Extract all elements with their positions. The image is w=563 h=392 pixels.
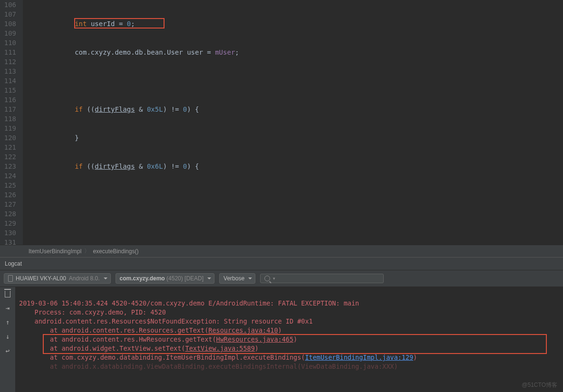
editor-area: 1061071081091101111121131141151161171181… — [0, 0, 563, 245]
breadcrumb-item[interactable]: ItemUserBindingImpl — [29, 248, 81, 255]
log-line: at com.cxyzy.demo.databinding.ItemUserBi… — [19, 354, 417, 361]
log-line: Process: com.cxyzy.demo, PID: 4520 — [19, 308, 166, 316]
logcat-tab-label[interactable]: Logcat — [0, 257, 563, 270]
code-line — [27, 76, 563, 86]
device-selector[interactable]: HUAWEI VKY-AL00 Android 8.0. — [4, 273, 111, 284]
chevron-right-icon: 〉 — [84, 247, 90, 255]
code-line: } — [27, 133, 563, 143]
log-line: android.content.res.Resources$NotFoundEx… — [19, 317, 313, 325]
scroll-to-end-icon[interactable]: ⇥ — [6, 304, 10, 312]
log-line: 2019-03-06 15:40:35.424 4520-4520/com.cx… — [19, 299, 359, 307]
breadcrumb: ItemUserBindingImpl 〉 executeBindings() — [0, 245, 563, 257]
logcat-panel: ⇥ ↑ ↓ ↩ 2019-03-06 15:40:35.424 4520-452… — [0, 287, 563, 392]
up-stack-icon[interactable]: ↑ — [6, 318, 10, 326]
watermark: @51CTO博客 — [522, 381, 557, 389]
code-line: if ((dirtyFlags & 0x5L) != 0) { — [27, 105, 563, 114]
code-line: int userId = 0; — [27, 19, 563, 29]
down-stack-icon[interactable]: ↓ — [6, 333, 10, 340]
code-line: if ((dirtyFlags & 0x6L) != 0) { — [27, 162, 563, 171]
clear-icon[interactable] — [5, 291, 10, 297]
code-line — [27, 219, 563, 228]
logcat-toolbar: HUAWEI VKY-AL00 Android 8.0. com.cxyzy.d… — [0, 270, 563, 287]
log-line: at android.x.databinding.ViewDataBinding… — [19, 363, 398, 370]
breadcrumb-item[interactable]: executeBindings() — [93, 248, 138, 255]
line-number-gutter: 1061071081091101111121131141151161171181… — [0, 0, 23, 245]
soft-wrap-icon[interactable]: ↩ — [6, 347, 10, 354]
code-line — [27, 190, 563, 200]
log-line: at android.content.res.HwResources.getTe… — [19, 335, 297, 343]
process-selector[interactable]: com.cxyzy.demo (4520) [DEAD] — [116, 273, 215, 284]
logcat-output[interactable]: 2019-03-06 15:40:35.424 4520-4520/com.cx… — [15, 287, 563, 392]
log-level-selector[interactable]: Verbose — [219, 273, 255, 284]
code-editor[interactable]: int userId = 0; com.cxyzy.demo.db.bean.U… — [23, 0, 563, 245]
stacktrace-link[interactable]: ItemUserBindingImpl.java:129 — [305, 354, 413, 361]
device-icon — [8, 275, 13, 282]
logcat-side-toolbar: ⇥ ↑ ↓ ↩ — [0, 287, 15, 392]
logcat-search[interactable]: ▾ — [260, 274, 384, 283]
search-icon — [264, 276, 270, 281]
log-line: at android.content.res.Resources.getText… — [19, 326, 282, 334]
code-line: com.cxyzy.demo.db.bean.User user = mUser… — [27, 48, 563, 57]
log-line: at android.widget.TextView.setText(TextV… — [19, 344, 259, 352]
